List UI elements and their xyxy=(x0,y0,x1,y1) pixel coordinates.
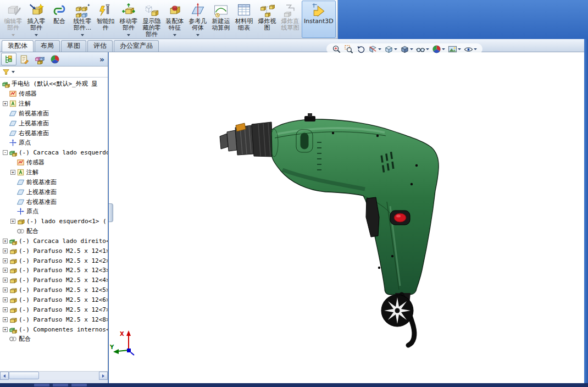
tree-item[interactable]: 传感器 xyxy=(0,89,108,99)
panel-hscrollbar[interactable] xyxy=(0,371,108,380)
tree-expander[interactable]: + xyxy=(2,258,9,263)
featuremanager-tab[interactable] xyxy=(1,53,16,65)
taskbar-button[interactable] xyxy=(34,384,49,386)
tree-item[interactable]: +(-) Parafuso M2.5 x 12<2> xyxy=(0,256,108,266)
tree-item[interactable]: 上视基准面 xyxy=(0,118,108,128)
tree-expander[interactable]: + xyxy=(9,170,16,175)
dropdown-arrow-icon[interactable] xyxy=(378,48,381,50)
bill-of-materials-button[interactable]: 材料明 细表 xyxy=(232,1,256,38)
linear-component-pattern-button[interactable]: 线性零 部件... xyxy=(71,1,94,38)
dropdown-arrow-icon[interactable] xyxy=(196,34,199,36)
tree-item[interactable]: 右视基准面 xyxy=(0,128,108,138)
tree-expander[interactable]: + xyxy=(2,268,9,273)
move-component-button[interactable]: 移动零 部件 xyxy=(117,1,140,38)
tree-expander[interactable]: + xyxy=(2,317,9,322)
panel-splitter[interactable] xyxy=(109,203,113,222)
tree-item[interactable]: +(-) Parafuso M2.5 x 12<5> xyxy=(0,285,108,295)
dropdown-arrow-icon[interactable] xyxy=(12,34,15,36)
tree-expander[interactable]: + xyxy=(2,327,9,332)
dropdown-arrow-icon[interactable] xyxy=(442,48,445,50)
propertymanager-tab[interactable] xyxy=(16,53,32,65)
tab-assembly[interactable]: 装配体 xyxy=(2,40,34,52)
dropdown-arrow-icon[interactable] xyxy=(474,48,477,50)
instant3d-button[interactable]: Instant3D xyxy=(302,1,336,38)
tab-evaluate[interactable]: 评估 xyxy=(87,40,113,52)
tree-expander[interactable]: + xyxy=(2,297,9,302)
dropdown-arrow-icon[interactable] xyxy=(173,34,176,36)
tree-item[interactable]: 配合 xyxy=(0,334,108,344)
dropdown-arrow-icon[interactable] xyxy=(458,48,461,50)
tree-item[interactable]: +(-) Parafuso M2.5 x 12<6> xyxy=(0,295,108,305)
filter-dropdown-arrow-icon[interactable] xyxy=(12,71,15,73)
dropdown-arrow-icon[interactable] xyxy=(426,48,429,50)
windows-taskbar[interactable] xyxy=(0,383,588,387)
dropdown-arrow-icon[interactable] xyxy=(394,48,397,50)
drill-body[interactable] xyxy=(270,113,439,295)
tab-office-products[interactable]: 办公室产品 xyxy=(114,40,159,52)
tree-item[interactable]: 前视基准面 xyxy=(0,177,108,187)
funnel-icon[interactable] xyxy=(2,68,10,76)
tree-item[interactable]: +(-) Componentes internos< xyxy=(0,324,108,334)
drill-top-switch[interactable] xyxy=(304,116,315,121)
configurationmanager-tab[interactable] xyxy=(32,53,47,65)
tree-item[interactable]: +(-) Parafuso M2.5 x 12<8> xyxy=(0,314,108,324)
taskbar-button[interactable] xyxy=(71,384,87,386)
tree-item[interactable]: 配合 xyxy=(0,226,108,236)
tree-item[interactable]: 前视基准面 xyxy=(0,109,108,119)
view-orientation-button[interactable] xyxy=(384,45,397,54)
new-motion-study-button[interactable]: 新建运 动算例 xyxy=(209,1,232,38)
tree-item[interactable]: +(-) lado esquerdo<1> ( xyxy=(0,217,108,226)
panel-collapse-chevron[interactable]: » xyxy=(99,56,104,63)
tree-item[interactable]: 上视基准面 xyxy=(0,187,108,197)
exploded-view-button[interactable]: 爆炸视 图 xyxy=(256,1,279,38)
reference-geometry-button[interactable]: 参考几 何体 xyxy=(186,1,209,38)
smart-fasteners-button[interactable]: 智能扣 件 xyxy=(94,1,117,38)
tree-expander[interactable]: + xyxy=(2,278,9,283)
previous-view-button[interactable] xyxy=(356,45,365,54)
apply-scene-button[interactable] xyxy=(448,45,461,54)
section-view-button[interactable] xyxy=(368,45,381,54)
tree-expander[interactable]: + xyxy=(2,239,9,244)
dropdown-arrow-icon[interactable] xyxy=(81,34,84,36)
tree-expander[interactable]: - xyxy=(2,150,9,155)
tab-layout[interactable]: 布局 xyxy=(35,40,60,52)
tree-item[interactable]: +(-) Parafuso M2.5 x 12<4> xyxy=(0,275,108,285)
tree-expander[interactable]: + xyxy=(9,219,16,224)
hide-show-items-button[interactable] xyxy=(416,45,429,54)
tree-item[interactable]: 手电钻 (默认<<默认>_外观 显 xyxy=(0,79,108,89)
tree-item[interactable]: +注解 xyxy=(0,168,108,178)
tree-expander[interactable]: + xyxy=(2,307,9,312)
tree-item[interactable]: +(-) Parafuso M2.5 x 12<1> xyxy=(0,246,108,256)
tree-expander[interactable]: + xyxy=(2,101,9,106)
view-settings-button[interactable] xyxy=(464,45,477,54)
tab-sketch[interactable]: 草图 xyxy=(61,40,86,52)
show-hidden-components-button[interactable]: 显示隐 藏的零 部件 xyxy=(140,1,163,38)
tree-item[interactable]: 原点 xyxy=(0,207,108,217)
dropdown-arrow-icon[interactable] xyxy=(127,34,130,36)
graphics-area[interactable]: X Y xyxy=(109,52,584,383)
tree-item[interactable]: 右视基准面 xyxy=(0,197,108,207)
zoom-to-area-button[interactable] xyxy=(344,45,353,54)
edit-appearance-button[interactable] xyxy=(432,45,445,54)
zoom-to-fit-button[interactable] xyxy=(332,45,341,54)
mate-button[interactable]: 配合 xyxy=(48,1,71,38)
insert-component-button[interactable]: 插入零 部件 xyxy=(25,1,48,38)
tree-item[interactable]: +(-) Carcaca lado direito< xyxy=(0,236,108,246)
taskbar-button[interactable] xyxy=(53,384,68,386)
dropdown-arrow-icon[interactable] xyxy=(410,48,413,50)
display-style-button[interactable] xyxy=(400,45,413,54)
dropdown-arrow-icon[interactable] xyxy=(35,34,38,36)
scroll-left-button[interactable] xyxy=(0,372,9,380)
assembly-features-button[interactable]: 装配体 特征 xyxy=(163,1,186,38)
drill-reverse-button[interactable] xyxy=(390,211,410,225)
scroll-track[interactable] xyxy=(9,372,99,380)
displaymanager-tab[interactable] xyxy=(47,53,63,65)
tree-item[interactable]: -(-) Carcaca lado esquerdo xyxy=(0,148,108,158)
tree-item[interactable]: +注解 xyxy=(0,99,108,109)
tree-item[interactable]: +(-) Parafuso M2.5 x 12<3> xyxy=(0,266,108,275)
tree-expander[interactable]: + xyxy=(2,288,9,292)
tree-item[interactable]: 原点 xyxy=(0,138,108,148)
drill-chuck[interactable] xyxy=(220,122,273,157)
tree-item[interactable]: 传感器 xyxy=(0,158,108,168)
scroll-right-button[interactable] xyxy=(99,372,108,380)
